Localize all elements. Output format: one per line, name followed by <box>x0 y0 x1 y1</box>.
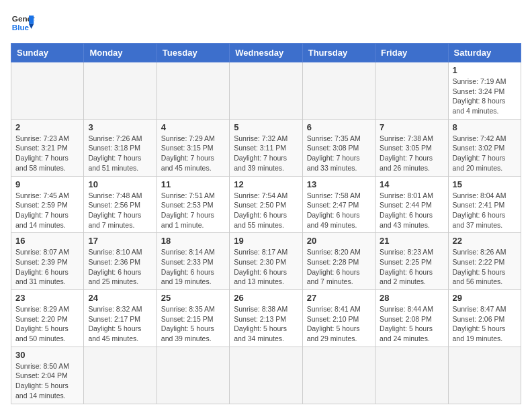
weekday-header: Thursday <box>302 44 375 62</box>
day-info: Sunrise: 8:29 AM Sunset: 2:20 PM Dayligh… <box>15 304 79 344</box>
day-info: Sunrise: 7:19 AM Sunset: 3:24 PM Dayligh… <box>453 77 517 116</box>
day-info: Sunrise: 8:41 AM Sunset: 2:10 PM Dayligh… <box>307 304 371 344</box>
header: General Blue <box>11 11 521 35</box>
day-info: Sunrise: 8:17 AM Sunset: 2:30 PM Dayligh… <box>234 247 298 287</box>
day-info: Sunrise: 7:54 AM Sunset: 2:50 PM Dayligh… <box>234 191 298 230</box>
day-info: Sunrise: 8:32 AM Sunset: 2:17 PM Dayligh… <box>88 304 152 344</box>
day-info: Sunrise: 7:42 AM Sunset: 3:02 PM Dayligh… <box>453 134 517 173</box>
calendar-week-row: 23Sunrise: 8:29 AM Sunset: 2:20 PM Dayli… <box>11 290 521 347</box>
day-info: Sunrise: 7:51 AM Sunset: 2:53 PM Dayligh… <box>161 191 225 230</box>
day-number: 26 <box>234 293 298 303</box>
calendar-cell: 19Sunrise: 8:17 AM Sunset: 2:30 PM Dayli… <box>230 233 302 290</box>
day-info: Sunrise: 7:38 AM Sunset: 3:05 PM Dayligh… <box>380 134 443 173</box>
weekday-header: Monday <box>84 44 157 62</box>
day-info: Sunrise: 7:58 AM Sunset: 2:47 PM Dayligh… <box>307 191 371 230</box>
calendar-cell <box>84 347 157 404</box>
day-info: Sunrise: 8:38 AM Sunset: 2:13 PM Dayligh… <box>234 304 298 344</box>
calendar-cell: 17Sunrise: 8:10 AM Sunset: 2:36 PM Dayli… <box>84 233 157 290</box>
day-info: Sunrise: 7:29 AM Sunset: 3:15 PM Dayligh… <box>161 134 225 173</box>
calendar-cell <box>157 347 229 404</box>
calendar-cell <box>448 347 521 404</box>
calendar-cell <box>230 347 302 404</box>
weekday-header-row: SundayMondayTuesdayWednesdayThursdayFrid… <box>11 44 521 62</box>
day-number: 8 <box>453 122 517 132</box>
svg-marker-2 <box>29 15 34 24</box>
day-info: Sunrise: 8:50 AM Sunset: 2:04 PM Dayligh… <box>15 361 79 401</box>
day-number: 21 <box>380 236 443 246</box>
weekday-header: Wednesday <box>230 44 302 62</box>
calendar-cell: 13Sunrise: 7:58 AM Sunset: 2:47 PM Dayli… <box>302 176 375 233</box>
calendar-week-row: 1Sunrise: 7:19 AM Sunset: 3:24 PM Daylig… <box>11 62 521 120</box>
calendar-cell: 28Sunrise: 8:44 AM Sunset: 2:08 PM Dayli… <box>375 290 448 347</box>
day-info: Sunrise: 7:26 AM Sunset: 3:18 PM Dayligh… <box>88 134 152 173</box>
calendar-week-row: 30Sunrise: 8:50 AM Sunset: 2:04 PM Dayli… <box>11 347 521 404</box>
day-info: Sunrise: 8:47 AM Sunset: 2:06 PM Dayligh… <box>453 304 517 344</box>
calendar-cell: 18Sunrise: 8:14 AM Sunset: 2:33 PM Dayli… <box>157 233 229 290</box>
day-number: 17 <box>88 236 152 246</box>
calendar-cell <box>157 62 229 120</box>
weekday-header: Sunday <box>11 44 84 62</box>
logo: General Blue <box>11 11 35 35</box>
day-number: 19 <box>234 236 298 246</box>
calendar-week-row: 2Sunrise: 7:23 AM Sunset: 3:21 PM Daylig… <box>11 119 521 176</box>
calendar-cell <box>302 347 375 404</box>
svg-marker-3 <box>29 24 34 29</box>
day-info: Sunrise: 8:04 AM Sunset: 2:41 PM Dayligh… <box>453 191 517 230</box>
calendar-cell <box>11 62 84 120</box>
day-number: 24 <box>88 293 152 303</box>
day-info: Sunrise: 7:32 AM Sunset: 3:11 PM Dayligh… <box>234 134 298 173</box>
day-number: 1 <box>453 65 517 75</box>
calendar-cell: 22Sunrise: 8:26 AM Sunset: 2:22 PM Dayli… <box>448 233 521 290</box>
day-number: 9 <box>15 179 79 189</box>
calendar-cell <box>84 62 157 120</box>
calendar-cell: 12Sunrise: 7:54 AM Sunset: 2:50 PM Dayli… <box>230 176 302 233</box>
day-number: 3 <box>88 122 152 132</box>
day-info: Sunrise: 8:01 AM Sunset: 2:44 PM Dayligh… <box>380 191 443 230</box>
day-number: 22 <box>453 236 517 246</box>
weekday-header: Saturday <box>448 44 521 62</box>
day-info: Sunrise: 7:45 AM Sunset: 2:59 PM Dayligh… <box>15 191 79 230</box>
calendar-cell: 20Sunrise: 8:20 AM Sunset: 2:28 PM Dayli… <box>302 233 375 290</box>
calendar-cell: 9Sunrise: 7:45 AM Sunset: 2:59 PM Daylig… <box>11 176 84 233</box>
day-info: Sunrise: 8:07 AM Sunset: 2:39 PM Dayligh… <box>15 247 79 287</box>
day-number: 30 <box>15 350 79 360</box>
calendar-cell: 6Sunrise: 7:35 AM Sunset: 3:08 PM Daylig… <box>302 119 375 176</box>
day-info: Sunrise: 8:10 AM Sunset: 2:36 PM Dayligh… <box>88 247 152 287</box>
day-number: 29 <box>453 293 517 303</box>
day-number: 20 <box>307 236 371 246</box>
calendar-cell: 14Sunrise: 8:01 AM Sunset: 2:44 PM Dayli… <box>375 176 448 233</box>
svg-text:Blue: Blue <box>12 23 30 32</box>
day-number: 23 <box>15 293 79 303</box>
day-info: Sunrise: 7:48 AM Sunset: 2:56 PM Dayligh… <box>88 191 152 230</box>
day-number: 10 <box>88 179 152 189</box>
calendar-week-row: 9Sunrise: 7:45 AM Sunset: 2:59 PM Daylig… <box>11 176 521 233</box>
calendar-cell: 10Sunrise: 7:48 AM Sunset: 2:56 PM Dayli… <box>84 176 157 233</box>
calendar-cell: 2Sunrise: 7:23 AM Sunset: 3:21 PM Daylig… <box>11 119 84 176</box>
day-number: 18 <box>161 236 225 246</box>
calendar-cell: 30Sunrise: 8:50 AM Sunset: 2:04 PM Dayli… <box>11 347 84 404</box>
day-number: 27 <box>307 293 371 303</box>
calendar-cell <box>230 62 302 120</box>
calendar-cell: 23Sunrise: 8:29 AM Sunset: 2:20 PM Dayli… <box>11 290 84 347</box>
day-number: 15 <box>453 179 517 189</box>
calendar-cell: 15Sunrise: 8:04 AM Sunset: 2:41 PM Dayli… <box>448 176 521 233</box>
day-number: 4 <box>161 122 225 132</box>
day-number: 25 <box>161 293 225 303</box>
calendar-cell: 8Sunrise: 7:42 AM Sunset: 3:02 PM Daylig… <box>448 119 521 176</box>
calendar-cell: 16Sunrise: 8:07 AM Sunset: 2:39 PM Dayli… <box>11 233 84 290</box>
calendar-cell: 3Sunrise: 7:26 AM Sunset: 3:18 PM Daylig… <box>84 119 157 176</box>
calendar-cell: 24Sunrise: 8:32 AM Sunset: 2:17 PM Dayli… <box>84 290 157 347</box>
calendar-cell: 27Sunrise: 8:41 AM Sunset: 2:10 PM Dayli… <box>302 290 375 347</box>
day-number: 7 <box>380 122 443 132</box>
calendar-cell: 26Sunrise: 8:38 AM Sunset: 2:13 PM Dayli… <box>230 290 302 347</box>
logo-icon: General Blue <box>11 11 35 35</box>
weekday-header: Tuesday <box>157 44 229 62</box>
weekday-header: Friday <box>375 44 448 62</box>
day-number: 6 <box>307 122 371 132</box>
day-info: Sunrise: 8:23 AM Sunset: 2:25 PM Dayligh… <box>380 247 443 287</box>
day-number: 13 <box>307 179 371 189</box>
calendar-cell: 25Sunrise: 8:35 AM Sunset: 2:15 PM Dayli… <box>157 290 229 347</box>
calendar-cell <box>375 347 448 404</box>
day-number: 12 <box>234 179 298 189</box>
day-number: 2 <box>15 122 79 132</box>
